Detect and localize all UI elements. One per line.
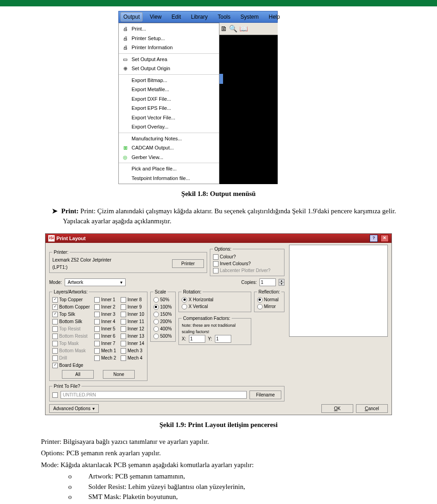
layer-mech-1[interactable]: Mech 1 xyxy=(94,347,116,354)
app-icon: iSi xyxy=(48,235,55,242)
tool-icon[interactable]: 🗎 xyxy=(220,24,227,34)
menu-cadcam[interactable]: ⊞CADCAM Output... xyxy=(119,143,219,153)
menu-print[interactable]: 🖨Print... xyxy=(119,24,219,34)
close-button[interactable]: ✕ xyxy=(381,235,389,242)
layer-top-copper[interactable]: ✓Top Copper xyxy=(52,296,90,303)
menu-export-overlay[interactable]: Export Overlay... xyxy=(119,122,219,132)
layer-inner-1[interactable]: Inner 1 xyxy=(94,296,116,303)
menu-printer-setup[interactable]: 🖨Printer Setup... xyxy=(119,34,219,43)
scale-100%[interactable]: 100% xyxy=(153,303,173,310)
layer-inner-8[interactable]: Inner 8 xyxy=(121,296,144,303)
layer-inner-4[interactable]: Inner 4 xyxy=(94,318,116,325)
advanced-options-button[interactable]: Advanced Options▾ xyxy=(49,404,99,413)
none-button[interactable]: None xyxy=(103,370,135,379)
printer-port: (LPT1:) xyxy=(52,264,169,271)
layer-inner-11[interactable]: Inner 11 xyxy=(121,318,144,325)
scale-500%[interactable]: 500% xyxy=(153,333,173,339)
refl-normal[interactable]: Normal xyxy=(257,296,281,303)
options-legend: Options: xyxy=(213,246,233,252)
layer-bottom-copper[interactable]: ✓Bottom Copper xyxy=(52,303,90,310)
rot-vertical[interactable]: X Vertical xyxy=(182,303,248,310)
printer-button[interactable]: Printer xyxy=(172,259,204,268)
cancel-button[interactable]: Cancel xyxy=(356,404,388,413)
menu-pick-place[interactable]: Pick and Place file... xyxy=(119,164,219,174)
menu-export-bitmap[interactable]: Export Bitmap... xyxy=(119,76,219,85)
layer-drill[interactable]: Drill xyxy=(52,355,90,361)
ok-button[interactable]: OK xyxy=(321,404,353,413)
toolbar-right: 🗎 🔍 📖 xyxy=(219,23,278,35)
menu-library[interactable]: Library xyxy=(188,12,211,21)
layer-bottom-resist[interactable]: Bottom Resist xyxy=(52,333,90,339)
filename-button[interactable]: Filename xyxy=(249,391,281,399)
layer-top-mask[interactable]: Top Mask xyxy=(52,340,90,347)
menu-export-vector[interactable]: Export Vector File... xyxy=(119,113,219,123)
menu-output[interactable]: Output xyxy=(121,12,142,21)
ptf-legend: Print To File? xyxy=(52,383,81,390)
layer-inner-5[interactable]: Inner 5 xyxy=(94,325,116,332)
menu-set-output-origin[interactable]: ⊕Set Output Origin xyxy=(119,64,219,73)
tool-search-icon[interactable]: 🔍 xyxy=(229,24,238,34)
menu-export-eps[interactable]: Export EPS File... xyxy=(119,103,219,113)
layer-inner-12[interactable]: Inner 12 xyxy=(121,325,144,332)
menu-testpoint-info[interactable]: Testpoint Information file... xyxy=(119,174,219,183)
layer-top-resist[interactable]: Top Resist xyxy=(52,325,90,332)
layer-inner-6[interactable]: Inner 6 xyxy=(94,333,116,339)
comp-note: Note: these are not traditional scaling … xyxy=(182,323,248,335)
menu-help[interactable]: Help xyxy=(266,12,283,21)
scale-400%[interactable]: 400% xyxy=(153,325,173,332)
layer-bottom-mask[interactable]: Bottom Mask xyxy=(52,347,90,354)
tool-book-icon[interactable]: 📖 xyxy=(239,24,248,34)
refl-mirror[interactable]: Mirror xyxy=(257,303,281,310)
layer-inner-7[interactable]: Inner 7 xyxy=(94,340,116,347)
all-button[interactable]: All xyxy=(62,370,94,379)
layer-inner-9[interactable]: Inner 9 xyxy=(121,303,144,310)
scale-legend: Scale xyxy=(153,288,168,295)
rot-horizontal[interactable]: X Horizontal xyxy=(182,296,248,303)
comp-x-input[interactable]: 1 xyxy=(189,335,205,343)
layer-board-edge[interactable]: ✓Board Edge xyxy=(52,362,90,369)
menu-export-metafile[interactable]: Export Metafile... xyxy=(119,85,219,94)
printer-info-icon: 🖨 xyxy=(122,44,129,51)
layer-mech-2[interactable]: Mech 2 xyxy=(94,355,116,361)
help-button[interactable]: ? xyxy=(370,235,378,242)
layer-inner-13[interactable]: Inner 13 xyxy=(121,333,144,339)
comp-legend: Compensation Factors: xyxy=(182,315,231,322)
menu-set-output-area[interactable]: ▭Set Output Area xyxy=(119,55,219,64)
menu-edit[interactable]: Edit xyxy=(169,12,184,21)
scale-150%[interactable]: 150% xyxy=(153,311,173,318)
copies-label: Copies: xyxy=(241,279,257,286)
copies-input[interactable]: 1 xyxy=(259,278,276,286)
layer-top-silk[interactable]: ✓Top Silk xyxy=(52,311,90,318)
layer-bottom-silk[interactable]: Bottom Silk xyxy=(52,318,90,325)
menu-system[interactable]: System xyxy=(238,12,261,21)
opt-colour[interactable]: Colour? xyxy=(213,253,281,260)
ptf-check[interactable] xyxy=(52,392,58,398)
copies-spinner[interactable]: ▲▼ xyxy=(279,279,285,286)
page-top-border xyxy=(0,0,437,6)
menu-tools[interactable]: Tools xyxy=(215,12,233,21)
printer-name: Lexmark Z52 Color Jetprinter xyxy=(52,257,169,263)
mode-select[interactable]: Artwork▾ xyxy=(65,278,126,286)
dialog-titlebar: iSi Print Layout ? ✕ xyxy=(46,234,391,243)
opt-plotter[interactable]: Labcenter Plotter Driver? xyxy=(213,267,281,274)
layer-inner-3[interactable]: Inner 3 xyxy=(94,311,116,318)
scale-50%[interactable]: 50% xyxy=(153,296,173,303)
chevron-down-icon: ▾ xyxy=(120,279,122,286)
layer-mech-4[interactable]: Mech 4 xyxy=(121,355,144,361)
layer-mech-3[interactable]: Mech 3 xyxy=(121,347,144,354)
layer-inner-2[interactable]: Inner 2 xyxy=(94,303,116,310)
canvas-area: 🗎 🔍 📖 xyxy=(219,23,278,184)
scale-200%[interactable]: 200% xyxy=(153,318,173,325)
opt-invert[interactable]: Invert Colours? xyxy=(213,260,281,267)
origin-icon: ⊕ xyxy=(122,65,129,72)
menu-export-dxf[interactable]: Export DXF File... xyxy=(119,94,219,104)
mode-label: Mode: xyxy=(49,279,62,286)
menu-manuf-notes[interactable]: Manufacturing Notes... xyxy=(119,134,219,144)
menu-gerber[interactable]: ◎Gerber View... xyxy=(119,153,219,162)
layer-inner-14[interactable]: Inner 14 xyxy=(121,340,144,347)
ptf-filename[interactable]: UNTITLED.PRN xyxy=(61,391,247,399)
menu-printer-info[interactable]: 🖨Printer Information xyxy=(119,43,219,52)
menu-view[interactable]: View xyxy=(147,12,164,21)
comp-y-input[interactable]: 1 xyxy=(215,335,231,343)
layer-inner-10[interactable]: Inner 10 xyxy=(121,311,144,318)
